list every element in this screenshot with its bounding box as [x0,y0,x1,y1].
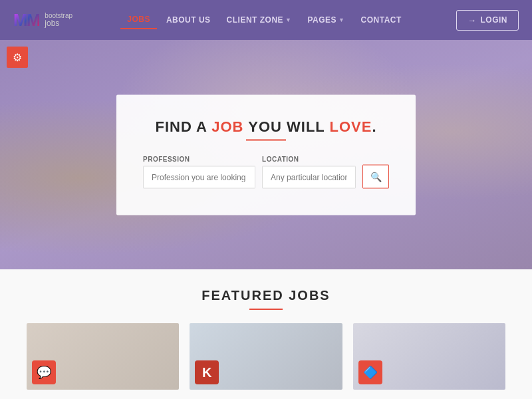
search-box: FIND A JOB YOU WILL LOVE. PROFESSION LOC… [116,94,416,215]
nav-item-pages[interactable]: PAGES ▼ [301,11,351,29]
job-card-2-badge: K [195,360,219,384]
navbar: MM bootstrap jobs JOBS ABOUT US CLIENT Z… [0,0,532,40]
job-card-1[interactable]: 💬 [27,323,179,390]
search-button[interactable]: 🔍 [362,164,389,188]
nav-item-contact[interactable]: CONTACT [354,11,408,29]
login-icon: → [467,15,477,25]
search-icon: 🔍 [370,171,382,182]
logo: MM [13,10,39,31]
featured-section: FEATURED JOBS 💬 K 🔷 [0,269,532,399]
job-card-3[interactable]: 🔷 [353,323,505,390]
nav-links: JOBS ABOUT US CLIENT ZONE ▼ PAGES ▼ CONT… [120,11,408,29]
location-field-group: LOCATION [262,155,356,188]
login-button[interactable]: → LOGIN [456,10,519,31]
brand-sub: jobs [45,19,72,28]
location-label: LOCATION [262,155,356,162]
brand-text: bootstrap jobs [45,12,72,28]
headline-middle: YOU WILL [244,118,330,134]
gear-icon: ⚙ [13,51,22,64]
hero-headline: FIND A JOB YOU WILL LOVE. [143,118,389,135]
logo-icon: MM [13,10,39,31]
featured-title: FEATURED JOBS [27,288,505,303]
featured-underline [249,309,283,310]
profession-field-group: PROFESSION [143,155,255,188]
client-dropdown-arrow: ▼ [285,17,291,23]
nav-link-jobs[interactable]: JOBS [120,11,157,29]
job-card-2[interactable]: K [190,323,342,390]
hero-section: ⚙ FIND A JOB YOU WILL LOVE. PROFESSION L… [0,40,532,269]
nav-link-contact[interactable]: CONTACT [354,11,408,29]
nav-item-jobs[interactable]: JOBS [120,11,157,29]
nav-link-pages[interactable]: PAGES ▼ [301,11,351,29]
job-card-3-badge: 🔷 [358,360,382,384]
gear-button[interactable]: ⚙ [7,47,28,68]
brand: MM bootstrap jobs [13,10,72,31]
headline-dot: . [372,118,376,134]
login-label: LOGIN [480,15,507,25]
search-fields: PROFESSION LOCATION 🔍 [143,155,389,188]
location-input[interactable] [262,166,356,188]
headline-love: LOVE [330,118,372,134]
profession-label: PROFESSION [143,155,255,162]
nav-item-client[interactable]: CLIENT ZONE ▼ [220,11,299,29]
nav-link-client[interactable]: CLIENT ZONE ▼ [220,11,299,29]
pages-dropdown-arrow: ▼ [338,17,344,23]
job-cards-container: 💬 K 🔷 [27,323,505,390]
headline-job: JOB [211,118,243,134]
nav-item-about[interactable]: ABOUT US [160,11,217,29]
profession-input[interactable] [143,166,255,188]
job-card-1-badge: 💬 [32,360,56,384]
headline-underline [246,139,286,140]
headline-prefix: FIND A [155,118,211,134]
nav-link-about[interactable]: ABOUT US [160,11,217,29]
